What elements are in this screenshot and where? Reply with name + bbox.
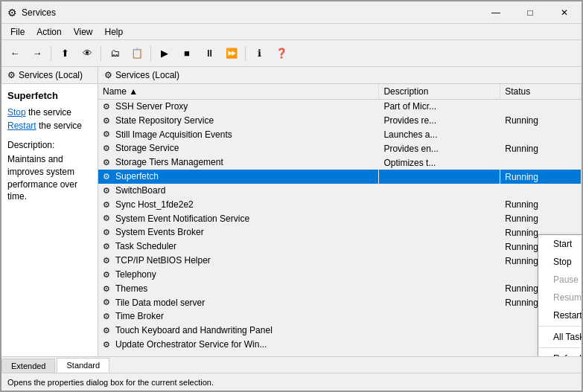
service-desc-cell — [379, 225, 500, 240]
context-menu-item-refresh[interactable]: Refresh — [538, 350, 582, 356]
toolbar-disconnect[interactable]: 📋 — [127, 43, 147, 64]
service-name-cell: ⚙Time Broker — [98, 309, 379, 324]
service-desc-cell: Optimizes t... — [379, 155, 500, 170]
table-row[interactable]: ⚙Task SchedulerRunning — [98, 240, 582, 254]
tab-standard[interactable]: Standard — [57, 358, 109, 373]
toolbar-properties[interactable]: ℹ — [249, 43, 270, 64]
table-row[interactable]: ⚙Tile Data model serverRunning — [98, 296, 582, 310]
context-menu-item-restart[interactable]: Restart — [538, 306, 582, 324]
toolbar-back[interactable]: ← — [4, 43, 25, 64]
menu-view[interactable]: View — [68, 25, 99, 39]
left-header-text: Services (Local) — [19, 70, 83, 80]
context-menu: StartStopPauseResumeRestartAll Tasks▶Ref… — [538, 234, 582, 356]
context-menu-item-all-tasks[interactable]: All Tasks▶ — [538, 328, 582, 346]
services-table-wrapper[interactable]: Name ▲ Description Status ⚙SSH Server Pr… — [98, 84, 582, 356]
services-table: Name ▲ Description Status ⚙SSH Server Pr… — [98, 84, 582, 352]
minimize-button[interactable]: — — [479, 1, 513, 24]
toolbar-restart[interactable]: ⏩ — [221, 43, 242, 64]
table-row[interactable]: ⚙SuperfetchRunning — [98, 170, 582, 184]
menu-help[interactable]: Help — [99, 25, 130, 39]
table-row[interactable]: ⚙System Events BrokerRunning — [98, 225, 582, 240]
service-desc-cell — [379, 338, 500, 352]
service-name-cell: ⚙SwitchBoard — [98, 184, 379, 198]
service-status-cell: Running — [500, 114, 582, 128]
toolbar-up[interactable]: ⬆ — [54, 43, 75, 64]
right-header-icon: ⚙ — [104, 70, 112, 80]
table-row[interactable]: ⚙SSH Server ProxyPart of Micr... — [98, 100, 582, 114]
restart-service-text: the service — [36, 121, 82, 131]
table-row[interactable]: ⚙Storage ServiceProvides en...Running — [98, 141, 582, 155]
context-menu-item-resume: Resume — [538, 289, 582, 306]
toolbar: ← → ⬆ 👁 🗂 📋 ▶ ■ ⏸ ⏩ ℹ ❓ — [1, 40, 582, 67]
service-desc-cell: Provides re... — [379, 114, 500, 128]
service-status-cell: Running — [500, 212, 582, 226]
toolbar-map-drive[interactable]: 🗂 — [104, 43, 125, 64]
maximize-button[interactable]: □ — [513, 1, 547, 24]
right-header-text: Services (Local) — [115, 70, 179, 80]
menu-action[interactable]: Action — [31, 25, 67, 39]
service-status-cell — [500, 155, 582, 170]
menu-file[interactable]: File — [4, 25, 31, 39]
service-status-cell: Running — [500, 198, 582, 212]
service-desc-cell — [379, 309, 500, 324]
title-bar-icon: ⚙ — [7, 7, 17, 19]
service-desc-cell — [379, 240, 500, 254]
toolbar-show-hide[interactable]: 👁 — [77, 43, 98, 64]
title-bar: ⚙ Services — □ ✕ — [1, 1, 582, 24]
bottom-tabs: Extended Standard — [1, 356, 582, 373]
toolbar-play[interactable]: ▶ — [154, 43, 175, 64]
service-name-cell: ⚙Superfetch — [98, 170, 379, 184]
table-row[interactable]: ⚙Storage Tiers ManagementOptimizes t... — [98, 155, 582, 170]
service-name-cell: ⚙Telephony — [98, 268, 379, 282]
toolbar-sep-4 — [245, 46, 246, 61]
main-window: ⚙ Services — □ ✕ File Action View Help ←… — [0, 0, 583, 392]
service-name-cell: ⚙TCP/IP NetBIOS Helper — [98, 254, 379, 268]
service-name-cell: ⚙System Event Notification Service — [98, 212, 379, 226]
table-row[interactable]: ⚙TCP/IP NetBIOS HelperRunning — [98, 254, 582, 268]
service-desc-cell — [379, 254, 500, 268]
table-row[interactable]: ⚙Sync Host_1fde2e2Running — [98, 198, 582, 212]
table-row[interactable]: ⚙System Event Notification ServiceRunnin… — [98, 212, 582, 226]
col-name[interactable]: Name ▲ — [98, 84, 379, 100]
table-row[interactable]: ⚙Update Orchestrator Service for Win... — [98, 338, 582, 352]
description-section: Description: Maintains and improves syst… — [7, 140, 92, 203]
service-name-cell: ⚙Touch Keyboard and Handwriting Panel — [98, 324, 379, 338]
col-description[interactable]: Description — [379, 84, 500, 100]
table-row[interactable]: ⚙State Repository ServiceProvides re...R… — [98, 114, 582, 128]
toolbar-help[interactable]: ❓ — [271, 43, 292, 64]
toolbar-pause[interactable]: ⏸ — [199, 43, 220, 64]
context-menu-item-stop[interactable]: Stop — [538, 253, 582, 271]
restart-service-link[interactable]: Restart — [7, 121, 36, 131]
services-tbody: ⚙SSH Server ProxyPart of Micr...⚙State R… — [98, 100, 582, 352]
service-desc-cell — [379, 184, 500, 198]
description-text: Maintains and improves system performanc… — [7, 153, 92, 203]
context-menu-item-start[interactable]: Start — [538, 235, 582, 253]
table-row[interactable]: ⚙SwitchBoard — [98, 184, 582, 198]
stop-service-link[interactable]: Stop — [7, 107, 26, 118]
service-desc-cell — [379, 296, 500, 310]
left-header-icon: ⚙ — [7, 70, 16, 80]
service-name-cell: ⚙Sync Host_1fde2e2 — [98, 198, 379, 212]
toolbar-sep-3 — [150, 46, 151, 61]
table-row[interactable]: ⚙ThemesRunning — [98, 282, 582, 296]
status-bar: Opens the properties dialog box for the … — [1, 373, 582, 391]
service-name-cell: ⚙Storage Tiers Management — [98, 155, 379, 170]
title-bar-text: Services — [22, 7, 56, 18]
table-row[interactable]: ⚙Still Image Acquisition EventsLaunches … — [98, 128, 582, 142]
table-row[interactable]: ⚙Time Broker — [98, 309, 582, 324]
service-name-cell: ⚙Storage Service — [98, 141, 379, 155]
service-status-cell — [500, 100, 582, 114]
service-status-cell: Running — [500, 170, 582, 184]
status-text: Opens the properties dialog box for the … — [7, 378, 214, 387]
table-row[interactable]: ⚙Telephony — [98, 268, 582, 282]
col-status[interactable]: Status — [500, 84, 582, 100]
right-section: ⚙ Services (Local) Name ▲ Description St… — [98, 67, 582, 356]
toolbar-stop[interactable]: ■ — [176, 43, 197, 64]
service-status-cell — [500, 184, 582, 198]
table-row[interactable]: ⚙Touch Keyboard and Handwriting Panel — [98, 324, 582, 338]
toolbar-forward[interactable]: → — [27, 43, 48, 64]
service-desc-cell: Provides en... — [379, 141, 500, 155]
menu-bar: File Action View Help — [1, 24, 582, 40]
close-button[interactable]: ✕ — [547, 1, 582, 24]
tab-extended[interactable]: Extended — [1, 359, 55, 373]
